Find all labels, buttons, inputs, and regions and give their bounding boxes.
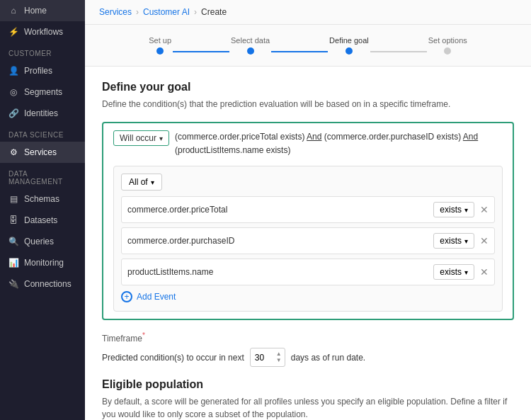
condition-text: (commerce.order.priceTotal exists) And (…	[175, 130, 503, 157]
will-occur-button[interactable]: Will occur ▾	[113, 130, 169, 146]
sidebar-item-segments[interactable]: ◎ Segments	[0, 81, 85, 103]
progress-step-options: Set options	[428, 36, 467, 55]
define-goal-section: Define your goal Define the condition(s)…	[102, 81, 514, 367]
profiles-icon: 👤	[8, 66, 18, 76]
breadcrumb-services[interactable]: Services	[99, 7, 132, 17]
filter-field-1: commerce.order.priceTotal	[127, 205, 428, 215]
progress-bar: Set up Select data Define goal Set optio…	[85, 25, 531, 67]
home-icon: ⌂	[8, 6, 18, 16]
sidebar-item-profiles[interactable]: 👤 Profiles	[0, 60, 85, 81]
progress-line-2	[271, 51, 328, 52]
progress-step-select: Select data	[231, 36, 270, 55]
condition-and-2: And	[463, 132, 478, 142]
define-goal-title: Define your goal	[102, 81, 514, 93]
sidebar-item-schemas[interactable]: ▤ Schemas	[0, 188, 85, 210]
filter-area: All of ▾ commerce.order.priceTotal exist…	[113, 166, 503, 312]
sidebar-item-queries[interactable]: 🔍 Queries	[0, 231, 85, 252]
main-content: Services › Customer AI › Create Set up S…	[85, 0, 531, 420]
sidebar-label-services: Services	[24, 147, 57, 157]
progress-label-select: Select data	[231, 36, 270, 45]
sidebar-label-identities: Identities	[24, 108, 58, 118]
add-event-label: Add Event	[137, 292, 176, 302]
filter-close-2[interactable]: ✕	[480, 235, 489, 246]
breadcrumb-sep-2: ›	[194, 7, 197, 17]
content-area: Define your goal Define the condition(s)…	[85, 67, 531, 420]
filter-row-1: commerce.order.priceTotal exists ▾ ✕	[121, 196, 495, 223]
condition-part-1: (commerce.order.priceTotal exists)	[175, 132, 304, 142]
filter-chevron-2: ▾	[464, 237, 468, 245]
timeframe-row: Predicted condition(s) to occur in next …	[102, 348, 514, 367]
timeframe-number-input[interactable]: ▲ ▼	[250, 348, 285, 367]
progress-label-options: Set options	[428, 36, 467, 45]
filter-row-3: productListItems.name exists ▾ ✕	[121, 259, 495, 285]
eligible-population-title: Eligible population	[102, 378, 514, 391]
progress-dot-options	[444, 47, 451, 55]
progress-label-setup: Set up	[149, 36, 171, 45]
sidebar-section-data-mgmt: DATA MANAGEMENT	[0, 163, 85, 188]
filter-chevron-3: ▾	[464, 268, 468, 276]
filter-close-3[interactable]: ✕	[480, 266, 489, 278]
filter-operator-3[interactable]: exists ▾	[433, 264, 474, 280]
queries-icon: 🔍	[8, 237, 18, 246]
eligible-population-desc: By default, a score will be generated fo…	[102, 395, 514, 420]
sidebar-label-workflows: Workflows	[24, 27, 63, 37]
sidebar-item-services[interactable]: ⚙ Services	[0, 142, 85, 163]
connections-icon: 🔌	[8, 279, 18, 289]
filter-operator-label-1: exists	[440, 205, 462, 215]
sidebar-label-queries: Queries	[24, 237, 54, 246]
segments-icon: ◎	[8, 87, 18, 97]
condition-part-2: (commerce.order.purchaseID exists)	[324, 132, 461, 142]
sidebar-item-workflows[interactable]: ⚡ Workflows	[0, 21, 85, 42]
monitoring-icon: 📊	[8, 258, 18, 268]
sidebar-item-connections[interactable]: 🔌 Connections	[0, 273, 85, 295]
all-of-button[interactable]: All of ▾	[121, 174, 162, 191]
eligible-population-section: Eligible population By default, a score …	[102, 378, 514, 420]
filter-chevron-1: ▾	[464, 206, 468, 214]
condition-box: Will occur ▾ (commerce.order.priceTotal …	[102, 122, 514, 320]
sidebar-label-profiles: Profiles	[24, 66, 52, 76]
progress-line-3	[370, 51, 427, 52]
will-occur-chevron-icon: ▾	[159, 135, 163, 142]
sidebar-section-data-science: DATA SCIENCE	[0, 124, 85, 142]
breadcrumb-customer-ai[interactable]: Customer AI	[143, 7, 190, 17]
condition-header: Will occur ▾ (commerce.order.priceTotal …	[113, 130, 503, 157]
spinner-down-icon[interactable]: ▼	[276, 358, 282, 363]
services-icon: ⚙	[8, 147, 18, 157]
sidebar-label-home: Home	[24, 6, 47, 16]
sidebar-item-identities[interactable]: 🔗 Identities	[0, 103, 85, 124]
timeframe-input-field[interactable]	[255, 353, 276, 363]
timeframe-label: Timeframe*	[102, 331, 514, 344]
timeframe-suffix: days as of run date.	[291, 353, 365, 363]
sidebar-label-connections: Connections	[24, 279, 72, 289]
filter-field-2: commerce.order.purchaseID	[127, 236, 428, 246]
sidebar-item-monitoring[interactable]: 📊 Monitoring	[0, 252, 85, 273]
workflows-icon: ⚡	[8, 27, 18, 37]
spinner-arrows: ▲ ▼	[276, 351, 282, 363]
filter-close-1[interactable]: ✕	[480, 204, 489, 215]
sidebar-item-datasets[interactable]: 🗄 Datasets	[0, 210, 85, 231]
sidebar-label-segments: Segments	[24, 87, 62, 97]
filter-operator-2[interactable]: exists ▾	[433, 233, 474, 249]
sidebar-item-home[interactable]: ⌂ Home	[0, 0, 85, 21]
sidebar-label-monitoring: Monitoring	[24, 258, 64, 268]
progress-label-define: Define goal	[329, 36, 369, 45]
progress-step-setup: Set up	[149, 36, 171, 55]
progress-dot-select	[247, 47, 254, 55]
schemas-icon: ▤	[8, 194, 18, 204]
all-of-row: All of ▾	[121, 174, 495, 191]
define-goal-desc: Define the condition(s) that the predict…	[102, 98, 514, 110]
spinner-up-icon[interactable]: ▲	[276, 351, 282, 357]
filter-operator-1[interactable]: exists ▾	[433, 202, 474, 217]
add-event-plus-icon: +	[121, 291, 132, 302]
breadcrumb-current: Create	[201, 7, 227, 17]
add-event-button[interactable]: + Add Event	[121, 290, 495, 304]
progress-step-define: Define goal	[329, 36, 369, 55]
filter-field-3: productListItems.name	[127, 267, 428, 277]
sidebar: ⌂ Home ⚡ Workflows CUSTOMER 👤 Profiles ◎…	[0, 0, 85, 420]
condition-part-3: (productListItems.name exists)	[175, 145, 290, 155]
sidebar-label-datasets: Datasets	[24, 215, 57, 225]
sidebar-label-schemas: Schemas	[24, 194, 59, 204]
progress-dot-define	[346, 47, 353, 55]
condition-and-1: And	[307, 132, 324, 142]
progress-line-1	[173, 51, 229, 52]
